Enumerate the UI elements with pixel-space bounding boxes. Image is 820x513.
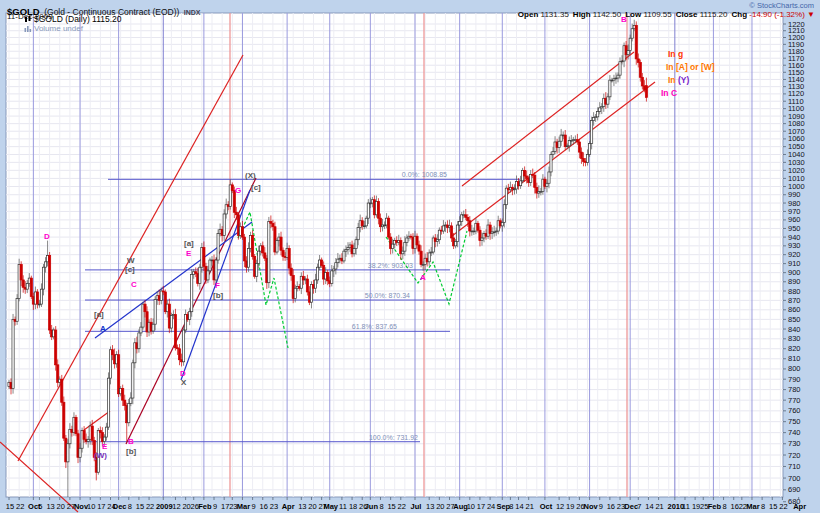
date-axis-label: 16: [607, 502, 615, 511]
date-axis-label: 13: [426, 502, 434, 511]
price-axis-label: 960: [788, 215, 801, 224]
date-axis-label: 19: [692, 502, 700, 511]
wave-label[interactable]: [b]: [126, 447, 137, 456]
volume-legend[interactable]: Volume undef: [24, 24, 83, 33]
date-axis-label: 2009: [156, 502, 173, 511]
date-axis-label: Dec: [113, 502, 127, 511]
price-axis-label: 840: [788, 325, 801, 334]
quote-label: Close: [676, 10, 700, 19]
wave-label[interactable]: A: [420, 273, 426, 282]
date-axis: 1522Oct5132027Nov101724Dec81522200912202…: [6, 497, 806, 511]
chart-legend[interactable]: $GOLD (Daily) 1115.20: [24, 14, 122, 24]
date-axis-label: 18: [349, 502, 357, 511]
date-axis-label: 14: [645, 502, 653, 511]
date-axis-label: 17: [97, 502, 105, 511]
date-axis-label: 7: [637, 502, 641, 511]
volume-label: Volume undef: [34, 24, 83, 33]
date-axis-label: 11: [682, 502, 690, 511]
price-axis-label: 910: [788, 259, 801, 268]
forecast-line: In g: [668, 49, 683, 59]
date-axis-label: Apr: [282, 502, 295, 511]
quote-value: 1115.20: [700, 10, 728, 19]
price-axis-label: 940: [788, 233, 801, 242]
date-axis-label: 22: [16, 502, 24, 511]
price-axis-label: 810: [788, 354, 801, 363]
date-axis-label: Dec: [624, 502, 638, 511]
wave-label[interactable]: B: [128, 437, 134, 446]
copyright[interactable]: © StockCharts.com: [749, 1, 814, 10]
price-axis-label: 720: [788, 451, 801, 460]
price-axis-label: 1000: [788, 182, 805, 191]
wave-label[interactable]: [a]: [94, 310, 104, 319]
date-axis-label: 12: [172, 502, 180, 511]
price-axis-label: 890: [788, 277, 801, 286]
quote-label: Open: [518, 10, 541, 19]
wave-label[interactable]: W: [127, 256, 135, 265]
wave-label[interactable]: F: [215, 281, 220, 290]
price-axis-label: 1060: [788, 134, 805, 143]
forecast-text: (Y): [678, 75, 689, 85]
price-axis-label: 990: [788, 190, 801, 199]
date-axis-label: 20: [182, 502, 190, 511]
price-axis-label: 950: [788, 224, 801, 233]
wave-label[interactable]: G: [235, 186, 241, 195]
price-axis-label: 1040: [788, 150, 805, 159]
wave-label[interactable]: E: [186, 249, 192, 258]
date-axis-label: 5: [38, 502, 42, 511]
price-axis-label: 850: [788, 315, 801, 324]
forecast-line: In [A] or [W]: [666, 62, 715, 72]
quote-label: Chg: [731, 10, 749, 19]
price-axis-label: 700: [788, 474, 801, 483]
ohlc-quote-row: Open 1131.35High 1142.50Low 1109.55Close…: [514, 10, 815, 19]
price-axis-label: 770: [788, 396, 801, 405]
price-axis-label: 750: [788, 417, 801, 426]
wave-label[interactable]: D: [44, 232, 50, 241]
price-axis-label: 920: [788, 250, 801, 259]
wave-label[interactable]: [c]: [125, 265, 135, 274]
wave-label[interactable]: [c]: [251, 183, 261, 192]
quote-label: Low: [625, 10, 643, 19]
date-axis-label: 21: [655, 502, 663, 511]
date-axis-label: 10: [87, 502, 95, 511]
price-axis-label: 740: [788, 428, 801, 437]
fib-label: 38.2%: 903.03: [368, 262, 413, 269]
forecast-text: In C: [661, 88, 677, 98]
wave-label[interactable]: A: [100, 324, 106, 333]
wave-label[interactable]: X: [181, 378, 187, 387]
date-axis-label: 16: [260, 502, 268, 511]
quote-label: High: [573, 10, 593, 19]
price-axis-label: 860: [788, 305, 801, 314]
price-axis-label: 830: [788, 334, 801, 343]
wave-label[interactable]: D: [180, 369, 186, 378]
candlestick-icon: [24, 16, 32, 23]
date-axis-label: 19: [566, 502, 574, 511]
wave-label[interactable]: [a]: [184, 239, 194, 248]
wave-label[interactable]: C: [131, 280, 137, 289]
price-axis-label: 760: [788, 406, 801, 415]
date-axis-label: 8: [761, 502, 765, 511]
date-axis-label: 20: [57, 502, 65, 511]
volume-bars-icon: [24, 25, 32, 32]
date-axis-label: 20: [436, 502, 444, 511]
price-axis-label: 1050: [788, 142, 805, 151]
date-axis-label: Mar: [237, 502, 250, 511]
wave-label[interactable]: (W): [94, 451, 107, 460]
wave-label[interactable]: [b]: [213, 291, 224, 300]
fib-label: 61.8%: 837.65: [352, 323, 397, 330]
symbol-exchange: INDX: [184, 9, 201, 16]
date-axis-label: 8: [722, 502, 726, 511]
date-axis-label: 9: [252, 502, 256, 511]
date-axis-label: Jun: [365, 502, 379, 511]
chart-window: 0.0%: 1008.8538.2%: 903.0350.0%: 870.346…: [0, 0, 820, 513]
date-axis-label: 21: [526, 502, 534, 511]
forecast-line: In C: [661, 88, 677, 98]
date-axis-label: 17: [221, 502, 229, 511]
price-axis-label: 930: [788, 241, 801, 250]
wave-label[interactable]: E: [102, 442, 108, 451]
wave-label[interactable]: (X): [245, 171, 256, 180]
date-axis-label: 10: [467, 502, 475, 511]
date-axis-label: Jul: [411, 502, 422, 511]
price-axis-label: 1020: [788, 166, 805, 175]
date-axis-label: Feb: [708, 502, 722, 511]
date-axis-label: 9: [599, 502, 603, 511]
